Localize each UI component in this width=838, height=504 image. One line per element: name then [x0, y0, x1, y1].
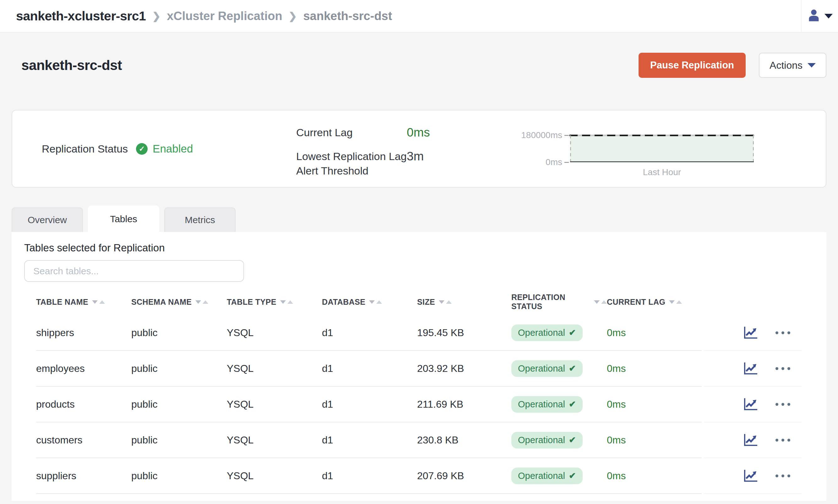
cell-table-type: YSQL — [227, 458, 322, 494]
user-menu[interactable] — [801, 0, 838, 32]
column-header-table-type[interactable]: TABLE TYPE — [227, 298, 322, 307]
sort-icon[interactable] — [669, 300, 682, 304]
cell-table-name: shippers — [36, 315, 131, 351]
replication-status-card: Replication Status ✓ Enabled Current Lag… — [12, 110, 826, 188]
cell-table-type: YSQL — [227, 351, 322, 386]
chevron-down-icon — [807, 63, 816, 68]
cell-row-actions — [704, 315, 802, 351]
cell-row-actions — [704, 351, 802, 386]
cell-current-lag: 0ms — [607, 351, 702, 386]
chevron-right-icon: ❯ — [289, 10, 297, 22]
actions-button[interactable]: Actions — [759, 53, 826, 78]
cell-table-name: products — [36, 386, 131, 422]
row-gap — [702, 386, 704, 422]
column-header-size[interactable]: SIZE — [417, 298, 511, 307]
cell-database: d1 — [322, 351, 417, 386]
tab-tables[interactable]: Tables — [88, 205, 159, 232]
column-header-table-name[interactable]: TABLE NAME — [36, 298, 131, 307]
cell-schema-name: public — [131, 386, 227, 422]
status-badge: Operational ✔ — [511, 396, 583, 413]
column-header-replication-status[interactable]: REPLICATION STATUS — [511, 293, 607, 311]
lag-graph-icon[interactable] — [744, 398, 758, 411]
status-badge: Operational ✔ — [511, 468, 583, 484]
cell-row-actions — [704, 458, 802, 494]
status-badge: Operational ✔ — [511, 432, 583, 448]
row-gap — [702, 351, 704, 386]
lag-threshold-label: Lowest Replication Lag Alert Threshold — [296, 149, 407, 178]
replication-status: Replication Status ✓ Enabled — [42, 110, 193, 187]
threshold-dashed-line — [570, 134, 754, 136]
cell-database: d1 — [322, 458, 417, 494]
cell-replication-status: Operational ✔ — [511, 386, 607, 422]
cell-row-actions — [704, 422, 802, 458]
sort-icon[interactable] — [439, 300, 452, 304]
top-nav-bar: sanketh-xcluster-src1 ❯ xCluster Replica… — [0, 0, 838, 33]
table-row: suppliers public YSQL d1 207.69 KB Opera… — [36, 458, 814, 494]
row-menu-icon[interactable] — [775, 331, 790, 334]
tables-table: TABLE NAME SCHEMA NAME TABLE TYPE DATABA… — [36, 289, 814, 494]
cell-replication-status: Operational ✔ — [511, 458, 607, 494]
cell-table-type: YSQL — [227, 422, 322, 458]
breadcrumb-cluster[interactable]: sanketh-xcluster-src1 — [16, 9, 146, 23]
breadcrumb-current-page: sanketh-src-dst — [303, 10, 392, 23]
lag-chart: 180000ms 0ms Last Hour — [570, 135, 754, 177]
cell-current-lag: 0ms — [607, 422, 702, 458]
row-menu-icon[interactable] — [775, 403, 790, 406]
y-axis-tick-max: 180000ms — [521, 130, 569, 140]
header-actions: Pause Replication Actions — [639, 53, 826, 78]
page-header: sanketh-src-dst Pause Replication Action… — [12, 53, 826, 78]
pause-replication-button[interactable]: Pause Replication — [639, 53, 746, 78]
cell-size: 207.69 KB — [417, 458, 511, 494]
status-badge: Operational ✔ — [511, 360, 583, 377]
cell-current-lag: 0ms — [607, 458, 702, 494]
chart-left-edge — [570, 135, 571, 162]
cell-replication-status: Operational ✔ — [511, 351, 607, 386]
tab-overview[interactable]: Overview — [12, 208, 83, 232]
column-header-schema-name[interactable]: SCHEMA NAME — [131, 298, 227, 307]
current-lag-label: Current Lag — [296, 126, 407, 140]
check-circle-icon: ✓ — [136, 143, 147, 155]
lag-graph-icon[interactable] — [744, 469, 758, 482]
lag-series-line — [570, 161, 754, 162]
check-icon: ✔ — [569, 399, 576, 409]
check-icon: ✔ — [569, 328, 576, 338]
chevron-down-icon — [824, 14, 833, 19]
cell-size: 230.8 KB — [417, 422, 511, 458]
cell-current-lag: 0ms — [607, 386, 702, 422]
cell-table-name: suppliers — [36, 458, 131, 494]
current-lag-value: 0ms — [407, 126, 430, 140]
row-menu-icon[interactable] — [775, 367, 790, 370]
sort-icon[interactable] — [280, 300, 293, 304]
search-input[interactable] — [24, 260, 244, 282]
cell-schema-name: public — [131, 351, 227, 386]
cell-table-type: YSQL — [227, 315, 322, 351]
breadcrumb: sanketh-xcluster-src1 ❯ xCluster Replica… — [0, 9, 392, 23]
sort-icon[interactable] — [195, 300, 208, 304]
column-header-database[interactable]: DATABASE — [322, 298, 417, 307]
table-header-row: TABLE NAME SCHEMA NAME TABLE TYPE DATABA… — [36, 289, 814, 315]
cell-schema-name: public — [131, 458, 227, 494]
sort-icon[interactable] — [594, 300, 607, 304]
column-header-current-lag[interactable]: CURRENT LAG — [607, 298, 702, 307]
row-menu-icon[interactable] — [775, 474, 790, 477]
cell-size: 211.69 KB — [417, 386, 511, 422]
check-icon: ✔ — [569, 435, 576, 445]
cell-table-name: customers — [36, 422, 131, 458]
row-gap — [702, 422, 704, 458]
cell-current-lag: 0ms — [607, 315, 702, 351]
y-axis-tick-min: 0ms — [545, 157, 569, 167]
cell-database: d1 — [322, 422, 417, 458]
sort-icon[interactable] — [369, 300, 382, 304]
tables-panel: Tables selected for Replication TABLE NA… — [12, 232, 826, 501]
cell-schema-name: public — [131, 422, 227, 458]
lag-graph-icon[interactable] — [744, 326, 758, 339]
sort-icon[interactable] — [92, 300, 105, 304]
actions-button-label: Actions — [770, 60, 803, 71]
lag-graph-icon[interactable] — [744, 362, 758, 375]
tab-metrics[interactable]: Metrics — [164, 208, 235, 232]
replication-status-label: Replication Status — [42, 143, 128, 155]
table-row: products public YSQL d1 211.69 KB Operat… — [36, 386, 814, 422]
row-menu-icon[interactable] — [775, 439, 790, 442]
breadcrumb-xcluster-replication[interactable]: xCluster Replication — [167, 10, 282, 23]
lag-graph-icon[interactable] — [744, 433, 758, 447]
